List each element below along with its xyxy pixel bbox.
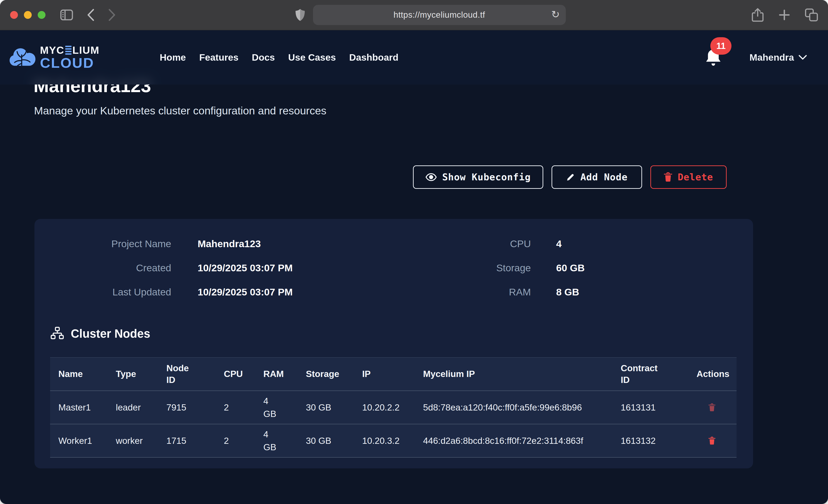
cell-ram: 4 GB [255,391,298,424]
browser-toolbar: https://myceliumcloud.tf ↻ [0,0,828,30]
col-storage: Storage [298,358,354,391]
logo-word1-post: LIUM [72,45,99,55]
ram-label: RAM [452,287,531,298]
cluster-actions: Show Kubeconfig Add Node Delete [413,165,727,189]
cell-storage: 30 GB [298,424,354,457]
nav-item-home[interactable]: Home [160,52,186,63]
logo-e-bars [65,46,72,55]
top-navbar: MYC LIUM CLOUD Home Features Docs Use Ca… [0,30,828,85]
cluster-nodes-heading: Cluster Nodes [50,327,150,341]
col-ram: RAM [255,358,298,391]
privacy-shield-icon[interactable] [295,8,305,22]
show-kubeconfig-label: Show Kubeconfig [442,172,531,183]
nav-links: Home Features Docs Use Cases Dashboard [160,52,399,63]
col-name: Name [50,358,108,391]
created-value: 10/29/2025 03:07 PM [198,262,293,274]
back-icon[interactable] [87,9,95,21]
close-window-button[interactable] [10,11,18,19]
col-cpu: CPU [215,358,255,391]
delete-cluster-button[interactable]: Delete [650,165,727,189]
cell-cpu: 2 [215,391,255,424]
cluster-info-right: CPU 4 Storage 60 GB RAM 8 GB [452,232,753,304]
col-type: Type [108,358,158,391]
cluster-details-card: Project Name Mahendra123 Created 10/29/2… [35,219,753,468]
add-node-label: Add Node [580,172,627,183]
storage-value: 60 GB [556,262,585,274]
storage-label: Storage [452,262,531,274]
eye-icon [426,173,437,181]
notifications-button[interactable]: 11 [704,48,722,67]
minimize-window-button[interactable] [24,11,32,19]
cpu-label: CPU [452,238,531,249]
cell-actions [688,424,737,457]
cluster-info-left: Project Name Mahendra123 Created 10/29/2… [35,232,452,304]
col-ip: IP [354,358,415,391]
forward-icon[interactable] [108,9,116,21]
page-body: Mahendra123 Manage your Kubernetes clust… [0,30,828,504]
cell-node-id: 7915 [158,391,215,424]
user-menu[interactable]: Mahendra [749,52,807,63]
chevron-down-icon [798,55,807,60]
col-mycelium-ip: Mycelium IP [415,358,613,391]
cell-actions [688,391,737,424]
address-bar[interactable]: https://myceliumcloud.tf ↻ [313,5,566,25]
nav-item-use-cases[interactable]: Use Cases [288,52,336,63]
cell-ram: 4 GB [255,424,298,457]
pencil-icon [566,172,575,182]
cell-ip: 10.20.3.2 [354,424,415,457]
col-contract-id: Contract ID [613,358,688,391]
nav-item-features[interactable]: Features [199,52,239,63]
reload-icon[interactable]: ↻ [551,8,560,20]
cell-ip: 10.20.2.2 [354,391,415,424]
new-tab-icon[interactable] [779,9,790,20]
mycelium-cloud-icon [9,46,36,69]
logo-word1-pre: MYC [40,45,64,55]
url-text: https://myceliumcloud.tf [394,10,485,20]
cell-type: leader [108,391,158,424]
delete-label: Delete [678,172,713,183]
ram-value: 8 GB [556,287,579,298]
add-node-button[interactable]: Add Node [551,165,642,189]
table-row: Master1 leader 7915 2 4 GB 30 GB 10.20.2… [50,391,737,424]
cell-name: Master1 [50,391,108,424]
cell-node-id: 1715 [158,424,215,457]
last-updated-label: Last Updated [35,287,171,298]
delete-node-icon[interactable] [708,403,715,412]
logo-word2: CLOUD [40,56,99,70]
created-label: Created [35,262,171,274]
traffic-lights [10,11,45,19]
cluster-nodes-icon [50,327,64,341]
zoom-window-button[interactable] [38,11,45,19]
cell-cpu: 2 [215,424,255,457]
notification-badge: 11 [710,37,732,55]
cell-mycelium-ip: 5d8:78ea:a120:f40c:ff0f:a5fe:99e6:8b96 [415,391,613,424]
col-actions: Actions [688,358,737,391]
delete-node-icon[interactable] [708,436,715,445]
browser-window: https://myceliumcloud.tf ↻ Mahendra123 M [0,0,828,504]
cpu-value: 4 [556,238,562,249]
project-name-label: Project Name [35,238,171,249]
col-node-id: Node ID [158,358,215,391]
cluster-nodes-table: Name Type Node ID CPU RAM Storage IP Myc… [50,357,737,458]
user-name: Mahendra [749,52,794,63]
cell-mycelium-ip: 446:d2a6:8bcd:8c16:ff0f:72e2:3114:863f [415,424,613,457]
tab-overview-icon[interactable] [805,8,818,22]
cell-name: Worker1 [50,424,108,457]
sidebar-toggle-icon[interactable] [60,9,73,20]
cluster-nodes-title: Cluster Nodes [71,327,150,340]
cell-type: worker [108,424,158,457]
share-icon[interactable] [752,8,764,22]
page-subtitle: Manage your Kubernetes cluster configura… [34,104,326,117]
project-name-value: Mahendra123 [198,238,261,249]
last-updated-value: 10/29/2025 03:07 PM [198,287,293,298]
logo[interactable]: MYC LIUM CLOUD [9,45,99,70]
cell-contract-id: 1613132 [613,424,688,457]
cell-contract-id: 1613131 [613,391,688,424]
table-row: Worker1 worker 1715 2 4 GB 30 GB 10.20.3… [50,424,737,457]
cell-storage: 30 GB [298,391,354,424]
table-header-row: Name Type Node ID CPU RAM Storage IP Myc… [50,358,737,391]
show-kubeconfig-button[interactable]: Show Kubeconfig [413,165,543,189]
trash-icon [664,172,672,182]
nav-item-docs[interactable]: Docs [252,52,275,63]
nav-item-dashboard[interactable]: Dashboard [349,52,399,63]
